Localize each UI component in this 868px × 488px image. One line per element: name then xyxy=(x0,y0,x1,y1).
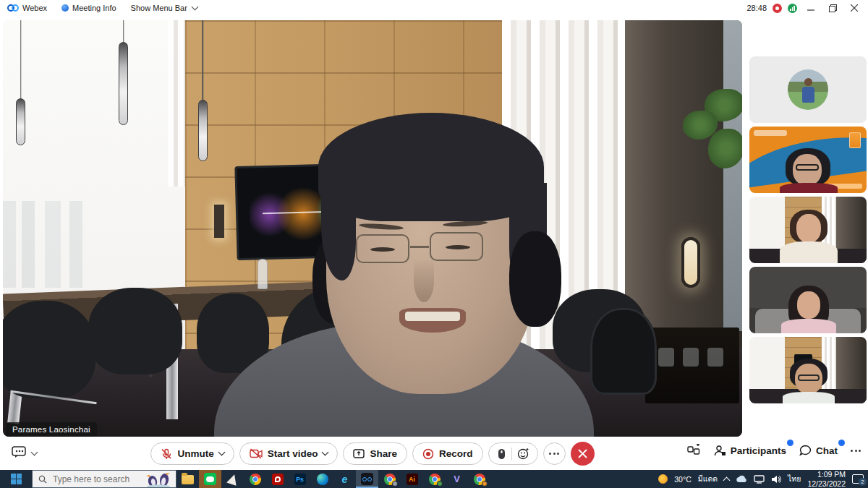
tray-overflow-chevron-icon[interactable] xyxy=(723,476,731,484)
org-logo xyxy=(754,130,787,136)
chat-notification-dot xyxy=(838,440,845,446)
more-panels-button[interactable] xyxy=(851,450,861,452)
webex-app-menu[interactable]: Webex xyxy=(0,0,54,16)
taskbar-app-chrome-profile-2[interactable] xyxy=(423,470,446,488)
share-button[interactable]: Share xyxy=(343,442,407,465)
meeting-info-icon xyxy=(61,4,69,12)
mouth xyxy=(399,308,466,333)
chat-bubble-icon xyxy=(799,445,812,456)
photoshop-icon: Ps xyxy=(294,474,306,485)
start-button[interactable] xyxy=(0,470,32,488)
participant-thumbnail-person xyxy=(784,148,835,193)
participants-label: Participants xyxy=(731,445,786,456)
eye xyxy=(370,247,395,252)
origami-bird-icon xyxy=(226,473,239,486)
participants-icon xyxy=(714,445,726,457)
taskbar-search-box[interactable] xyxy=(32,470,176,488)
chevron-down-icon xyxy=(191,4,198,11)
search-highlight-penguins-image[interactable] xyxy=(142,470,174,487)
raise-hand-icon xyxy=(497,448,506,460)
taskbar-app-line[interactable] xyxy=(199,470,221,488)
chrome-profile-badge xyxy=(437,481,443,487)
system-tray: 30°C มีแดด ไทย 1:09 PM 12/23/2022 2 xyxy=(658,470,868,488)
line-app-icon xyxy=(204,473,216,485)
glasses-bridge xyxy=(410,246,429,248)
taskbar-app-acrobat[interactable] xyxy=(266,470,289,488)
taskbar-app-chrome-profile-1[interactable] xyxy=(378,470,401,488)
ellipsis-icon xyxy=(549,453,559,455)
chrome-icon xyxy=(250,474,261,485)
onedrive-cloud-icon[interactable] xyxy=(736,475,747,483)
file-explorer-icon xyxy=(182,475,194,484)
edge-icon xyxy=(317,474,328,485)
tray-weather-condition[interactable]: มีแดด xyxy=(698,473,718,485)
minimize-button[interactable] xyxy=(803,1,819,14)
show-menu-bar-button[interactable]: Show Menu Bar xyxy=(124,0,205,16)
tray-time: 1:09 PM xyxy=(807,470,846,479)
taskbar-app-illustrator[interactable]: Ai xyxy=(401,470,423,488)
tray-input-language[interactable]: ไทย xyxy=(788,473,801,485)
taskbar-app-internet-explorer[interactable]: e xyxy=(333,470,356,488)
unmute-button[interactable]: Unmute xyxy=(150,442,234,465)
taskbar-app-origami-bird[interactable] xyxy=(221,470,244,488)
illustrator-icon: Ai xyxy=(407,474,418,485)
taskbar-app-chrome[interactable] xyxy=(244,470,266,488)
search-icon xyxy=(38,475,47,484)
mic-muted-icon xyxy=(161,448,172,460)
close-button[interactable] xyxy=(846,1,862,14)
nose xyxy=(414,259,434,302)
chrome-profile-badge xyxy=(392,481,398,487)
participant-tile-branded[interactable] xyxy=(749,127,867,193)
network-display-icon[interactable] xyxy=(754,475,765,484)
participant-tile-plain-room[interactable] xyxy=(749,267,867,333)
show-menu-bar-label: Show Menu Bar xyxy=(131,4,187,12)
app-title: Webex xyxy=(22,4,47,12)
audio-options-chevron-icon[interactable] xyxy=(218,449,225,456)
leave-meeting-button[interactable] xyxy=(571,442,595,466)
speaker-icon[interactable] xyxy=(771,475,781,484)
weather-sun-icon[interactable] xyxy=(658,474,668,484)
avatar xyxy=(788,69,828,110)
start-video-label: Start video xyxy=(268,448,318,459)
more-options-button[interactable] xyxy=(543,442,566,465)
meeting-info-label: Meeting Info xyxy=(72,4,116,12)
connection-quality-icon[interactable] xyxy=(788,4,797,13)
participant-thumbnail-person xyxy=(787,210,830,263)
meeting-control-bar: Unmute Start video Share Record xyxy=(0,437,868,470)
restore-button[interactable] xyxy=(825,1,841,14)
taskbar-app-photoshop[interactable]: Ps xyxy=(289,470,311,488)
record-button[interactable]: Record xyxy=(412,442,483,465)
participant-thumbnail-person xyxy=(786,359,832,403)
action-center-icon[interactable]: 2 xyxy=(852,474,864,484)
close-x-icon xyxy=(578,449,587,458)
tray-clock[interactable]: 1:09 PM 12/23/2022 xyxy=(807,470,846,487)
taskbar-app-vivaldi[interactable]: V xyxy=(446,470,468,488)
start-video-button[interactable]: Start video xyxy=(239,442,339,465)
chat-button[interactable]: Chat xyxy=(799,445,838,456)
search-input[interactable] xyxy=(53,474,132,484)
taskbar-app-chrome-profile-3[interactable] xyxy=(468,470,490,488)
taskbar-app-webex[interactable] xyxy=(356,470,378,488)
raise-hand-reactions-group[interactable] xyxy=(488,442,538,465)
vivaldi-icon: V xyxy=(454,474,460,484)
taskbar-app-edge[interactable] xyxy=(311,470,333,488)
taskbar-app-file-explorer[interactable] xyxy=(176,470,199,488)
window-titlebar: Webex Meeting Info Show Menu Bar 28:48 xyxy=(0,0,868,16)
acrobat-icon xyxy=(272,474,284,485)
meeting-info-button[interactable]: Meeting Info xyxy=(54,0,124,16)
chat-label: Chat xyxy=(816,445,838,456)
participant-person xyxy=(3,20,742,437)
headphone-earcup-right xyxy=(509,231,561,327)
participants-button[interactable]: Participants xyxy=(714,445,786,457)
tray-temperature[interactable]: 30°C xyxy=(674,475,691,484)
participants-filmstrip xyxy=(748,20,868,437)
participant-tile-office-1[interactable] xyxy=(749,197,867,263)
participant-tile-office-2[interactable] xyxy=(749,337,867,403)
video-options-chevron-icon[interactable] xyxy=(322,449,329,456)
main-video-stage[interactable]: Parames Laosinchai xyxy=(3,20,742,437)
taskbar-pinned-apps: Ps e Ai V xyxy=(176,470,490,488)
tray-date: 12/23/2022 xyxy=(807,479,846,488)
layout-button[interactable] xyxy=(687,444,701,457)
chrome-profile-badge xyxy=(482,481,488,487)
participant-tile-audio-only[interactable] xyxy=(749,56,867,123)
